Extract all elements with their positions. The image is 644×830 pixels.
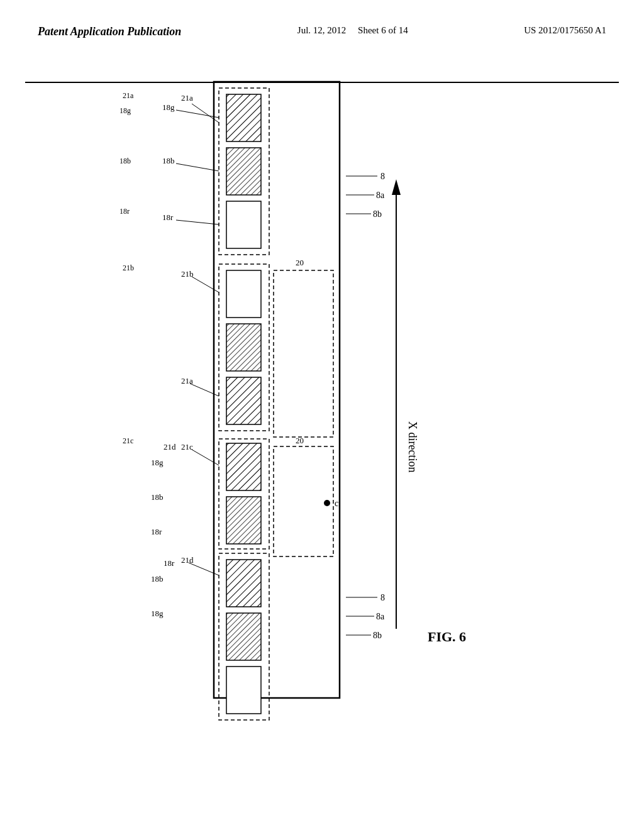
ref-21b-r: 21b <box>123 263 134 272</box>
header: Patent Application Publication Jul. 12, … <box>0 25 644 38</box>
svg-rect-21 <box>226 497 261 544</box>
label-18g-top: 18g <box>162 102 175 112</box>
svg-line-23 <box>192 450 219 465</box>
svg-rect-6 <box>226 94 261 141</box>
ref-18g-r1: 18g <box>119 106 131 115</box>
svg-line-12 <box>176 163 219 171</box>
svg-rect-14 <box>226 270 261 318</box>
x-direction-label: X direction <box>406 421 419 472</box>
label-18b-top2: 18b <box>151 492 164 502</box>
svg-rect-8 <box>226 201 261 248</box>
svg-line-13 <box>176 220 219 224</box>
label-21d-top: 21d <box>164 442 176 451</box>
svg-marker-5 <box>392 179 401 195</box>
sheet-info: Sheet 6 of 14 <box>358 25 408 35</box>
ref-21a-r: 21a <box>123 91 134 100</box>
svg-rect-20 <box>226 443 261 490</box>
svg-rect-26 <box>226 613 261 660</box>
svg-rect-16 <box>226 377 261 424</box>
label-18g-top2: 18g <box>151 458 164 467</box>
publication-date: Jul. 12, 2012 <box>297 25 347 35</box>
svg-line-11 <box>176 110 219 118</box>
label-8a-bot: 8a <box>376 612 385 621</box>
label-8a-top: 8a <box>376 191 385 200</box>
label-20-top1: 20 <box>296 258 304 267</box>
label-18b-bot: 18b <box>151 574 164 584</box>
ref-18r-r1: 18r <box>119 207 130 216</box>
label-21c-top: 21c <box>181 442 193 451</box>
label-21d-bot: 21d <box>181 555 194 565</box>
c-marker <box>324 500 330 506</box>
publication-title: Patent Application Publication <box>38 25 181 38</box>
label-18g-bot: 18g <box>151 609 164 618</box>
diagram-container: X direction FIG. 6 21a 18g 18b 18r <box>25 63 616 755</box>
patent-diagram: X direction FIG. 6 21a 18g 18b 18r <box>25 63 616 755</box>
label-8b-bot: 8b <box>373 631 382 640</box>
svg-line-18 <box>192 277 219 292</box>
label-18r-top: 18r <box>162 213 174 222</box>
label-20-top2: 20 <box>296 436 304 445</box>
svg-line-10 <box>192 104 219 123</box>
label-21a-top: 21a <box>181 93 193 102</box>
patent-number: US 2012/0175650 A1 <box>524 25 606 36</box>
label-18b-top: 18b <box>162 156 175 165</box>
figure-label: FIG. 6 <box>428 629 466 645</box>
label-8-bot: 8 <box>380 593 385 602</box>
ref-18b-r1: 18b <box>119 157 131 165</box>
label-8b-top: 8b <box>373 209 382 219</box>
label-21b-top: 21b <box>181 269 194 279</box>
svg-rect-7 <box>226 148 261 195</box>
svg-rect-19 <box>274 270 333 437</box>
page: Patent Application Publication Jul. 12, … <box>0 0 644 830</box>
label-c: c <box>335 499 338 508</box>
svg-rect-25 <box>226 560 261 607</box>
label-18r-bot: 18r <box>164 558 175 568</box>
header-center: Jul. 12, 2012 Sheet 6 of 14 <box>297 25 408 36</box>
ref-21c-r: 21c <box>123 436 133 445</box>
label-18r-top2: 18r <box>151 527 162 536</box>
svg-rect-15 <box>226 324 261 371</box>
label-8-top: 8 <box>380 172 385 181</box>
svg-rect-27 <box>226 667 261 714</box>
